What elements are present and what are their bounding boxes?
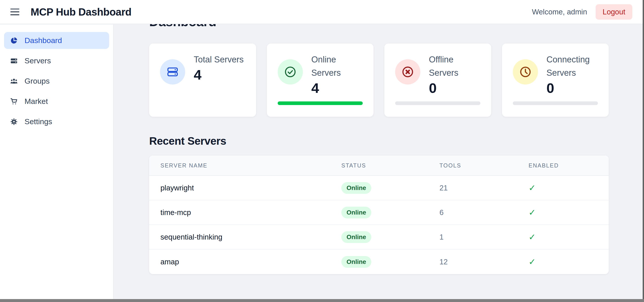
- recent-servers-title: Recent Servers: [149, 135, 609, 147]
- gear-icon: [10, 118, 18, 125]
- stat-card-total-servers: Total Servers 4: [149, 44, 256, 117]
- app-title: MCP Hub Dashboard: [30, 6, 132, 18]
- column-header-tools: Tools: [428, 162, 517, 169]
- stat-value: 0: [546, 80, 598, 96]
- stat-card-online-servers: Online Servers 4: [267, 44, 374, 117]
- users-icon: [10, 77, 18, 85]
- sidebar: Dashboard Servers Groups: [0, 25, 114, 299]
- status-badge: Online: [341, 231, 371, 243]
- shopping-cart-icon: [10, 98, 18, 105]
- sidebar-item-label: Servers: [24, 56, 51, 65]
- sidebar-item-servers[interactable]: Servers: [4, 52, 109, 69]
- main-content: Dashboard Total Servers 4: [114, 0, 644, 274]
- pie-chart-icon: [10, 37, 18, 44]
- table-row[interactable]: sequential-thinking Online 1 ✓: [149, 225, 609, 249]
- welcome-text: Welcome, admin: [532, 8, 587, 16]
- check-circle-icon: [278, 59, 303, 85]
- sidebar-item-label: Groups: [24, 77, 50, 85]
- top-header: MCP Hub Dashboard Welcome, admin Logout: [0, 0, 644, 24]
- server-name: playwright: [149, 184, 330, 192]
- sidebar-item-settings[interactable]: Settings: [4, 113, 109, 130]
- server-name: amap: [149, 258, 330, 266]
- tools-count: 1: [428, 233, 517, 241]
- table-row[interactable]: time-mcp Online 6 ✓: [149, 200, 609, 225]
- table-row[interactable]: playwright Online 21 ✓: [149, 176, 609, 200]
- sidebar-item-groups[interactable]: Groups: [4, 73, 109, 89]
- tools-count: 12: [428, 258, 517, 266]
- table-body: playwright Online 21 ✓ time-mcp Online 6…: [149, 176, 609, 274]
- sidebar-item-dashboard[interactable]: Dashboard: [4, 32, 109, 49]
- table-row[interactable]: amap Online 12 ✓: [149, 249, 609, 274]
- clock-icon: [513, 59, 538, 85]
- status-badge: Online: [341, 256, 371, 268]
- logout-button[interactable]: Logout: [596, 4, 632, 20]
- x-circle-icon: [395, 59, 420, 85]
- sidebar-item-label: Market: [24, 97, 48, 106]
- enabled-check-icon: ✓: [517, 232, 609, 242]
- tools-count: 21: [428, 184, 517, 192]
- tools-count: 6: [428, 208, 517, 217]
- status-badge: Online: [341, 207, 371, 218]
- stat-title: Offline Servers: [429, 53, 480, 80]
- enabled-check-icon: ✓: [517, 257, 609, 267]
- server-name: sequential-thinking: [149, 233, 330, 241]
- server-icon: [160, 59, 185, 85]
- sidebar-item-label: Dashboard: [24, 36, 62, 45]
- column-header-status: Status: [330, 162, 428, 169]
- sidebar-item-market[interactable]: Market: [4, 93, 109, 110]
- stat-title: Connecting Servers: [546, 53, 598, 80]
- stat-cards: Total Servers 4 Online Servers 4: [149, 44, 609, 117]
- hamburger-menu-icon[interactable]: [10, 9, 19, 15]
- recent-servers-table: Server name Status Tools Enabled playwri…: [149, 156, 609, 274]
- sidebar-item-label: Settings: [24, 117, 52, 126]
- stat-value: 0: [429, 80, 480, 96]
- table-header-row: Server name Status Tools Enabled: [149, 156, 609, 176]
- enabled-check-icon: ✓: [517, 183, 609, 193]
- column-header-enabled: Enabled: [517, 162, 609, 169]
- server-name: time-mcp: [149, 208, 330, 217]
- horizontal-scrollbar[interactable]: [0, 299, 644, 302]
- enabled-check-icon: ✓: [517, 208, 609, 217]
- online-progress-bar: [278, 101, 363, 105]
- stat-card-connecting-servers: Connecting Servers 0: [502, 44, 609, 117]
- stat-value: 4: [194, 67, 244, 82]
- connecting-progress-bar: [513, 101, 598, 105]
- stat-card-offline-servers: Offline Servers 0: [384, 44, 491, 117]
- stat-title: Total Servers: [194, 53, 244, 66]
- vertical-scrollbar[interactable]: [643, 0, 644, 299]
- column-header-server-name: Server name: [149, 162, 330, 169]
- stat-value: 4: [312, 80, 363, 96]
- offline-progress-bar: [395, 101, 480, 105]
- server-stack-icon: [10, 57, 18, 65]
- status-badge: Online: [341, 182, 371, 194]
- stat-title: Online Servers: [312, 53, 363, 80]
